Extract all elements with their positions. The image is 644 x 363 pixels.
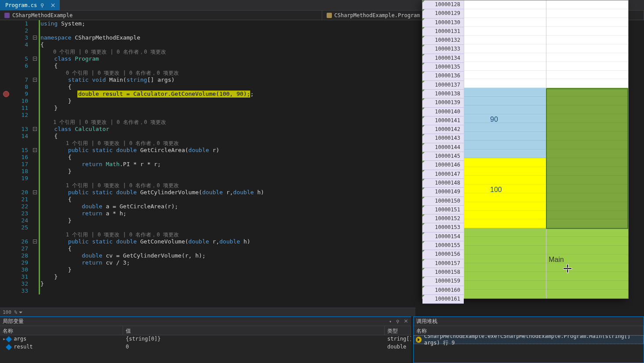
heatmap-cell[interactable] [464,193,546,202]
code-line[interactable]: double a = GetCircleArea(r); [40,203,415,210]
heatmap-cell[interactable] [464,105,546,114]
breakpoint-icon[interactable] [3,91,9,97]
codelens[interactable]: 1 个引用 | 0 项更改 | 0 名作者，0 项更改 [40,119,415,126]
row-header[interactable]: 10000159 [422,277,464,286]
fold-toggle-icon[interactable] [33,36,37,40]
codelens[interactable]: 0 个引用 | 0 项更改 | 0 名作者，0 项更改 [40,69,415,76]
col-value[interactable]: 值 [123,326,385,335]
heatmap-cell[interactable] [464,53,546,62]
code-editor[interactable]: 1234567891011121314151617181920212223242… [0,20,415,308]
heatmap-cell[interactable] [546,185,628,193]
heatmap-cell[interactable] [464,9,546,18]
code-line[interactable]: { [40,41,415,48]
heatmap-cell[interactable] [546,211,628,220]
row-header[interactable]: 10000148 [422,179,464,188]
heatmap-cell[interactable] [546,79,628,88]
code-line[interactable]: using System; [40,20,415,27]
heatmap-cell[interactable] [546,281,628,290]
row-header[interactable]: 10000132 [422,36,464,45]
row-header[interactable]: 10000158 [422,268,464,277]
heatmap-cell[interactable] [546,27,628,36]
heatmap-cell[interactable] [546,62,628,71]
heatmap-cell[interactable] [464,44,546,53]
fold-toggle-icon[interactable] [33,57,37,61]
heatmap-cell[interactable] [546,105,628,114]
heatmap-cell[interactable] [546,0,628,9]
heatmap-cell[interactable] [546,158,628,167]
heatmap-cell[interactable] [546,228,628,237]
heatmap-cell[interactable] [464,97,546,105]
heatmap-cell[interactable] [464,27,546,36]
heatmap-cell[interactable] [546,9,628,18]
code-line[interactable]: double cv = GetCylinderVolume(r, h); [40,252,415,259]
heatmap-cell[interactable] [464,79,546,88]
row-header[interactable]: 10000142 [422,125,464,134]
heatmap-cell[interactable] [464,281,546,290]
nav-namespace[interactable]: CSharpMethodExample [0,11,322,20]
codelens[interactable]: 1 个引用 | 0 项更改 | 0 名作者，0 项更改 [40,231,415,238]
zoom-dropdown-icon[interactable] [19,312,22,313]
code-line[interactable]: namespace CSharpMethodExample [40,34,415,41]
fold-toggle-icon[interactable] [33,190,37,194]
heatmap-cell[interactable] [546,237,628,246]
pin-icon[interactable] [396,318,402,324]
heatmap-cell[interactable] [464,62,546,71]
heatmap-cell[interactable] [546,132,628,141]
heatmap-cell[interactable] [546,114,628,123]
code-line[interactable]: public static double GetCircleArea(doubl… [40,147,415,154]
heatmap-cell[interactable] [464,185,546,193]
code-line[interactable]: } [40,273,415,280]
heatmap-cell[interactable] [546,71,628,80]
code-line[interactable]: return a * h; [40,210,415,217]
heatmap-cell[interactable] [464,219,546,228]
heatmap-cell[interactable] [546,254,628,263]
code-area[interactable]: using System;namespace CSharpMethodExamp… [40,20,415,308]
heatmap-cell[interactable] [464,228,546,237]
row-header[interactable]: 10000153 [422,223,464,232]
locals-row[interactable]: result0double [0,343,411,351]
close-icon[interactable] [50,2,56,8]
heatmap-cell[interactable] [464,18,546,27]
heatmap-cell[interactable] [546,123,628,132]
heatmap-cell[interactable] [546,18,628,27]
heatmap-cell[interactable] [546,36,628,44]
row-header[interactable]: 10000145 [422,152,464,161]
col-name[interactable]: 名称 [0,326,123,335]
heatmap-cell[interactable] [546,44,628,53]
row-header[interactable]: 10000129 [422,9,464,18]
row-header[interactable]: 10000134 [422,54,464,63]
row-header[interactable]: 10000141 [422,116,464,125]
heatmap-cell[interactable] [464,0,546,9]
row-header[interactable]: 10000136 [422,72,464,80]
row-header[interactable]: 10000155 [422,241,464,250]
code-line[interactable]: { [40,154,415,161]
heatmap-cell[interactable] [546,202,628,211]
heatmap-cell[interactable] [464,158,546,167]
row-header[interactable]: 10000150 [422,197,464,206]
heatmap-cell[interactable] [464,211,546,220]
fold-toggle-icon[interactable] [33,148,37,152]
heatmap-cell[interactable] [546,263,628,272]
heatmap-cell[interactable] [464,167,546,176]
heatmap-cell[interactable] [464,114,546,123]
memory-heatmap-overlay[interactable]: 1000012810000129100001301000013110000132… [422,0,629,299]
heatmap-cell[interactable] [464,254,546,263]
locals-row[interactable]: ▸args{string[0]}string[] [0,335,411,343]
code-line[interactable]: public static double GetCylinderVolume(d… [40,189,415,196]
row-header[interactable]: 10000137 [422,81,464,90]
row-header[interactable]: 10000144 [422,143,464,152]
heatmap-cell[interactable] [464,246,546,254]
heatmap-cell[interactable] [464,176,546,185]
row-header[interactable]: 10000154 [422,232,464,241]
code-line[interactable] [40,287,415,294]
code-line[interactable] [40,112,415,119]
row-header[interactable]: 10000147 [422,170,464,179]
code-line[interactable]: { [40,62,415,69]
heatmap-cell[interactable] [464,71,546,80]
chevron-down-icon[interactable] [389,318,395,324]
heatmap-cell[interactable] [464,36,546,44]
code-line[interactable]: { [40,133,415,140]
row-header[interactable]: 10000160 [422,286,464,295]
heatmap-cell[interactable] [464,237,546,246]
row-header[interactable]: 10000128 [422,0,464,9]
